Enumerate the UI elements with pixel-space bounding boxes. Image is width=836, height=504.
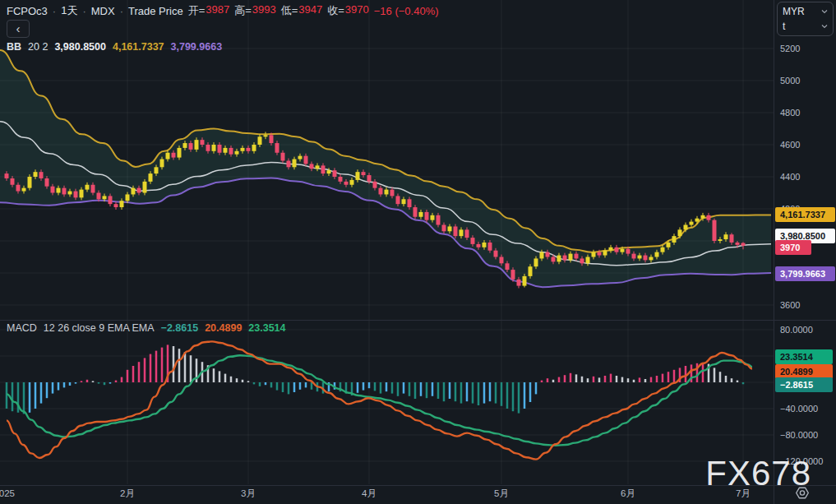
svg-text:80.0000: 80.0000	[780, 325, 813, 335]
svg-text:−80.0000: −80.0000	[780, 430, 818, 440]
exchange-label: MDX	[91, 5, 115, 17]
chevron-down-icon	[821, 8, 828, 15]
bb-name[interactable]: BB	[7, 41, 21, 53]
high-value: 3993	[252, 3, 276, 18]
macd-line-value: 20.4899	[205, 322, 242, 334]
low-value: 3947	[298, 3, 322, 18]
symbol-name[interactable]: FCPOc3	[7, 5, 48, 17]
svg-text:4月: 4月	[362, 488, 376, 498]
macd-signal-chip: 23.3514	[775, 349, 833, 364]
high-label: 高=	[234, 3, 252, 18]
gear-icon[interactable]	[792, 484, 812, 502]
bb-basis-value: 3,980.8500	[54, 41, 106, 53]
svg-text:2025: 2025	[0, 488, 15, 498]
separator-dot: ·	[120, 5, 123, 17]
macd-hist-chip: −2.8615	[775, 377, 833, 392]
bb-lower-price-chip: 3,799.9663	[775, 266, 835, 281]
chevron-down-icon	[821, 23, 828, 30]
open-value: 3987	[206, 3, 229, 18]
svg-text:4800: 4800	[780, 108, 800, 118]
low-label: 低=	[281, 3, 298, 18]
bb-upper-price-chip: 4,161.7337	[775, 207, 835, 222]
svg-text:5200: 5200	[780, 44, 800, 53]
bb-upper-value: 4,161.7337	[113, 41, 164, 53]
svg-text:−40.0000: −40.0000	[780, 404, 818, 414]
currency-dropdown[interactable]: MYR	[783, 4, 828, 19]
change-value: −16 (−0.40%)	[374, 5, 439, 17]
back-button[interactable]: ‹	[7, 20, 30, 38]
macd-hist-value: −2.8615	[161, 322, 199, 334]
svg-text:5000: 5000	[780, 76, 800, 86]
last-price-chip: 3970	[775, 240, 811, 255]
macd-name[interactable]: MACD	[7, 322, 37, 334]
svg-text:4400: 4400	[780, 172, 800, 182]
macd-legend: MACD 12 26 close 9 EMA EMA −2.8615 20.48…	[7, 322, 286, 334]
svg-text:6月: 6月	[621, 488, 635, 498]
unit-value: t	[783, 21, 785, 32]
bb-legend: BB 20 2 3,980.8500 4,161.7337 3,799.9663	[7, 41, 222, 53]
svg-text:3600: 3600	[780, 300, 800, 310]
macd-params: 12 26 close 9 EMA EMA	[44, 322, 155, 334]
interval-label[interactable]: 1天	[61, 3, 77, 18]
svg-text:2月: 2月	[120, 488, 135, 498]
chart-window: 52005000480046004400420040003800360080.0…	[0, 0, 836, 504]
bb-lower-value: 3,799.9663	[171, 41, 223, 53]
back-chevron-icon: ‹	[16, 21, 21, 35]
currency-value: MYR	[783, 6, 805, 17]
price-type-label: Trade Price	[128, 5, 183, 17]
separator-dot: ·	[53, 5, 56, 17]
close-value: 3970	[345, 3, 369, 18]
symbol-legend: FCPOc3 · 1天 · MDX · Trade Price 开=3987 高…	[7, 3, 439, 18]
axis-unit-selector: MYR t	[777, 2, 834, 36]
bb-params: 20 2	[28, 41, 48, 53]
chart-canvas[interactable]: 52005000480046004400420040003800360080.0…	[0, 0, 836, 504]
svg-text:4600: 4600	[780, 140, 800, 150]
close-label: 收=	[327, 3, 344, 18]
unit-dropdown[interactable]: t	[783, 19, 828, 34]
svg-text:5月: 5月	[494, 488, 509, 498]
open-label: 开=	[188, 3, 206, 18]
macd-signal-value: 23.3514	[248, 322, 285, 334]
separator-dot: ·	[82, 5, 85, 17]
svg-text:3月: 3月	[241, 488, 256, 498]
